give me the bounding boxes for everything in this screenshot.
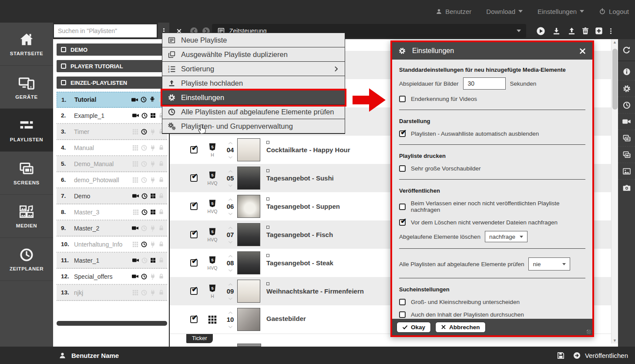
element-thumbnail[interactable] xyxy=(237,251,260,274)
refresh-button[interactable] xyxy=(618,42,635,58)
nav-item-playlisten[interactable]: PLAYLISTEN xyxy=(0,109,53,152)
check-all-select[interactable]: nie xyxy=(528,257,570,270)
move-down-button[interactable] xyxy=(227,155,234,160)
settings-button[interactable] xyxy=(618,80,635,97)
vertical-scrollbar[interactable]: ▲ ▼ xyxy=(611,39,618,344)
playlist-group-demo[interactable]: DEMO xyxy=(57,43,166,56)
move-down-button[interactable] xyxy=(227,296,234,301)
playlist-item[interactable]: 8.Master_3 xyxy=(57,204,167,220)
nav-item-startseite[interactable]: STARTSEITE xyxy=(0,23,53,66)
playlist-item[interactable]: 2.Example_1 xyxy=(57,108,167,124)
row-checkbox[interactable] xyxy=(190,316,198,323)
upload-playlist-button[interactable] xyxy=(564,23,578,39)
duration-input[interactable] xyxy=(463,77,506,90)
screens-button[interactable] xyxy=(618,130,635,146)
move-up-button[interactable] xyxy=(227,225,234,230)
playlist-item[interactable]: 3.Timer xyxy=(57,124,167,140)
expired-delete-select[interactable]: nachfrage xyxy=(485,231,527,242)
large-previews-checkbox[interactable] xyxy=(399,165,406,172)
search-input[interactable] xyxy=(54,24,157,37)
checkbox-icon[interactable] xyxy=(61,47,66,52)
playlist-item[interactable]: 13.njkj xyxy=(57,285,167,301)
row-checkbox[interactable] xyxy=(190,259,198,267)
move-down-button[interactable] xyxy=(227,183,234,188)
info-button[interactable] xyxy=(618,63,635,80)
scroll-up-arrow[interactable]: ▲ xyxy=(611,39,618,45)
menu-item-neue-playliste[interactable]: Neue Playliste xyxy=(162,33,345,47)
menu-item-hochladen[interactable]: Playliste hochladen xyxy=(162,76,345,90)
publish-button[interactable]: Veröffentlichen xyxy=(573,351,628,360)
dialog-close-button[interactable] xyxy=(579,47,586,55)
playlist-group-einzel[interactable]: EINZEL-PLAYLISTEN xyxy=(57,77,166,89)
row-checkbox[interactable] xyxy=(190,203,198,210)
menu-item-duplizieren[interactable]: Ausgewählte Playliste duplizieren xyxy=(162,47,345,62)
row-checkbox[interactable] xyxy=(190,174,198,182)
video-button[interactable] xyxy=(618,113,635,130)
playlist-item[interactable]: 11.Master_1 xyxy=(57,253,167,269)
playlist-item[interactable]: 9.Master_2 xyxy=(57,220,167,237)
settings-menu[interactable]: Einstellungen xyxy=(538,8,584,15)
playlist-item[interactable]: 10.Unterhaltung_Info xyxy=(57,237,167,253)
add-element-button[interactable] xyxy=(592,23,605,39)
element-thumbnail[interactable] xyxy=(237,223,260,246)
move-up-button[interactable] xyxy=(227,169,234,174)
menu-item-gruppenverwaltung[interactable]: Playlisten- und Gruppenverwaltung xyxy=(162,119,345,134)
row-checkbox[interactable] xyxy=(190,231,198,238)
dialog-header[interactable]: Einstellungen xyxy=(392,42,592,60)
checkbox-icon[interactable] xyxy=(61,63,66,69)
ticker-tab[interactable]: Ticker xyxy=(186,334,213,343)
logout-button[interactable]: Logout xyxy=(599,8,629,15)
nav-item-geraete[interactable]: GERÄTE xyxy=(0,66,53,109)
scrollbar-thumb[interactable] xyxy=(612,49,618,110)
playlist-item[interactable]: 1.Tutorial xyxy=(57,92,167,108)
save-button[interactable] xyxy=(557,351,565,360)
checkbox-icon[interactable] xyxy=(61,80,66,85)
okay-button[interactable]: Okay xyxy=(396,322,431,333)
row-checkbox[interactable] xyxy=(190,287,198,295)
more-options-button[interactable] xyxy=(605,23,616,39)
download-playlist-button[interactable] xyxy=(549,23,563,39)
ask-unpublished-checkbox[interactable] xyxy=(399,204,406,210)
user-menu[interactable]: Benutzer xyxy=(436,8,471,15)
move-down-button[interactable] xyxy=(227,211,234,217)
menu-item-sortierung[interactable]: Sortierung xyxy=(162,62,345,76)
playlist-item[interactable]: 4.Manual xyxy=(57,140,167,156)
nav-item-medien[interactable]: MEDIEN xyxy=(0,195,53,238)
element-thumbnail[interactable] xyxy=(237,167,260,190)
download-menu[interactable]: Download xyxy=(486,8,523,15)
image-button[interactable] xyxy=(618,163,635,179)
element-thumbnail[interactable] xyxy=(237,138,260,161)
element-thumbnail[interactable] xyxy=(237,280,260,303)
move-up-button[interactable] xyxy=(227,254,234,259)
playlist-group-player-tutorial[interactable]: PLAYER TUTORIAL xyxy=(57,60,166,72)
cancel-button[interactable]: Abbrechen xyxy=(435,322,486,333)
video-end-checkbox[interactable] xyxy=(399,96,406,102)
move-up-button[interactable] xyxy=(227,140,234,146)
playlist-item[interactable]: 6.demo_Photowall xyxy=(57,172,167,188)
resize-handle[interactable] xyxy=(587,330,591,334)
nav-item-zeitplaner[interactable]: ZEITPLANER xyxy=(0,238,53,281)
search-content-checkbox[interactable] xyxy=(399,311,406,318)
move-up-button[interactable] xyxy=(227,282,234,287)
delete-button[interactable] xyxy=(579,23,592,39)
playlist-item[interactable]: 5.Demo_Manual xyxy=(57,156,167,172)
ask-delete-checkbox[interactable] xyxy=(399,219,406,226)
playlist-item[interactable]: 7.Demo xyxy=(57,188,167,204)
case-sensitive-checkbox[interactable] xyxy=(399,299,406,305)
snapshot-button[interactable] xyxy=(618,179,635,196)
play-preview-button[interactable] xyxy=(534,23,548,39)
move-down-button[interactable] xyxy=(227,268,234,273)
scroll-down-arrow[interactable]: ▼ xyxy=(611,337,618,344)
element-thumbnail[interactable] xyxy=(237,195,260,218)
duplicate-screen-button[interactable] xyxy=(618,146,635,163)
menu-item-pruefen[interactable]: Alle Playlisten auf abgelaufene Elemente… xyxy=(162,105,345,119)
horizontal-scrollbar-thumb[interactable] xyxy=(57,321,167,326)
schedule-button[interactable] xyxy=(618,97,635,113)
move-down-button[interactable] xyxy=(227,324,234,330)
move-up-button[interactable] xyxy=(227,310,234,315)
row-checkbox[interactable] xyxy=(190,146,198,154)
move-down-button[interactable] xyxy=(227,240,234,245)
autohide-checkbox[interactable] xyxy=(399,130,406,137)
nav-item-screens[interactable]: SCREENS xyxy=(0,152,53,195)
playlist-item[interactable]: 12.Special_offers xyxy=(57,269,167,285)
